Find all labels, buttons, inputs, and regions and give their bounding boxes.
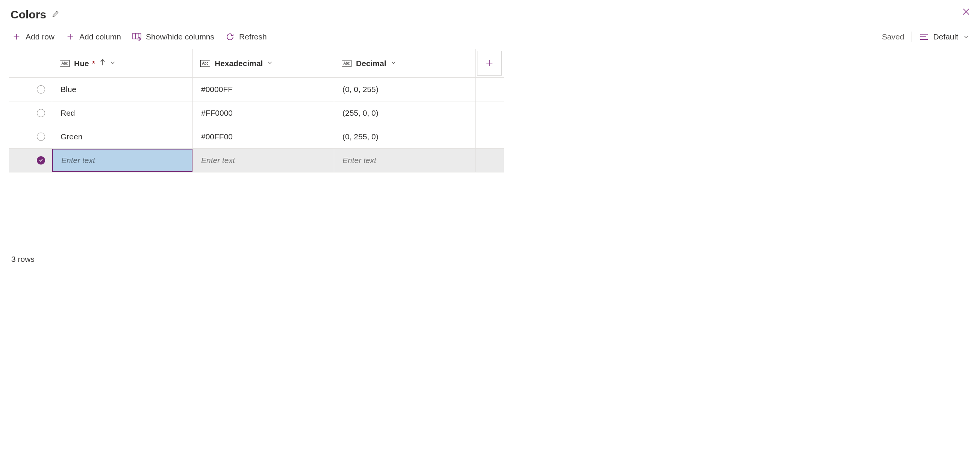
radio-unchecked-icon[interactable]: [37, 109, 45, 117]
row-count-status: 3 rows: [11, 255, 35, 264]
column-header-decimal[interactable]: Abc Decimal: [334, 49, 476, 77]
cell-hexadecimal[interactable]: #FF0000: [193, 102, 334, 125]
view-selector-label: Default: [933, 32, 958, 41]
table-row[interactable]: Blue #0000FF (0, 0, 255): [9, 78, 504, 102]
table-row[interactable]: Red #FF0000 (255, 0, 0): [9, 102, 504, 125]
add-column-plus-button[interactable]: [477, 51, 502, 76]
row-selector[interactable]: [9, 78, 52, 101]
radio-unchecked-icon[interactable]: [37, 133, 45, 141]
chevron-down-icon[interactable]: [110, 59, 116, 68]
add-row-label: Add row: [25, 32, 54, 41]
row-selector[interactable]: [9, 102, 52, 125]
toolbar: Add row Add column Show/hide columns: [0, 21, 980, 49]
column-label: Hue: [74, 59, 89, 68]
new-hue-field[interactable]: Enter text: [52, 149, 192, 172]
grid-header: Abc Hue * Abc Hexadecimal Abc Decimal: [9, 49, 504, 78]
sort-asc-icon: [100, 59, 106, 68]
chevron-down-icon[interactable]: [390, 59, 397, 68]
cell-hue[interactable]: Red: [52, 102, 193, 125]
add-column-label: Add column: [79, 32, 121, 41]
edit-title-icon[interactable]: [51, 10, 60, 20]
radio-checked-icon[interactable]: [37, 156, 45, 165]
page-title: Colors: [11, 8, 46, 21]
table-row-new[interactable]: Enter text Enter text Enter text: [9, 149, 504, 172]
text-type-icon: Abc: [200, 60, 210, 67]
table-row[interactable]: Green #00FF00 (0, 255, 0): [9, 125, 504, 149]
columns-settings-icon: [132, 32, 142, 42]
column-label: Hexadecimal: [215, 59, 263, 68]
placeholder-text: Enter text: [342, 156, 376, 165]
header: Colors: [0, 0, 980, 21]
data-grid: Abc Hue * Abc Hexadecimal Abc Decimal: [9, 49, 504, 172]
toolbar-separator: [912, 32, 912, 42]
refresh-icon: [225, 32, 235, 42]
cell-hexadecimal[interactable]: #0000FF: [193, 78, 334, 101]
column-header-hue[interactable]: Abc Hue *: [52, 49, 193, 77]
cell-hexadecimal[interactable]: #00FF00: [193, 125, 334, 148]
view-selector[interactable]: Default: [920, 32, 969, 41]
add-column-button[interactable]: Add column: [65, 32, 121, 42]
cell-hexadecimal-input[interactable]: Enter text: [193, 149, 334, 172]
cell-hue[interactable]: Blue: [52, 78, 193, 101]
refresh-label: Refresh: [239, 32, 267, 41]
cell-hue[interactable]: Green: [52, 125, 193, 148]
view-list-icon: [920, 33, 929, 41]
placeholder-text: Enter text: [201, 156, 235, 165]
show-hide-columns-label: Show/hide columns: [146, 32, 214, 41]
cell-decimal[interactable]: (0, 0, 255): [334, 78, 476, 101]
refresh-button[interactable]: Refresh: [225, 32, 267, 42]
close-icon[interactable]: [961, 7, 971, 18]
cell-decimal[interactable]: (0, 255, 0): [334, 125, 476, 148]
chevron-down-icon: [963, 33, 969, 40]
show-hide-columns-button[interactable]: Show/hide columns: [132, 32, 214, 42]
save-status: Saved: [882, 32, 904, 41]
column-header-select[interactable]: [9, 49, 52, 77]
column-label: Decimal: [356, 59, 387, 68]
plus-icon: [11, 32, 22, 42]
radio-unchecked-icon[interactable]: [37, 85, 45, 94]
cell-hue-input[interactable]: Enter text: [52, 149, 193, 172]
column-header-add: [476, 49, 504, 77]
placeholder-text: Enter text: [61, 156, 95, 165]
chevron-down-icon[interactable]: [267, 59, 273, 68]
plus-icon: [65, 32, 76, 42]
grid-body: Blue #0000FF (0, 0, 255) Red #FF0000 (25…: [9, 78, 504, 172]
row-selector[interactable]: [9, 149, 52, 172]
required-indicator: *: [92, 59, 95, 68]
text-type-icon: Abc: [60, 60, 70, 67]
row-selector[interactable]: [9, 125, 52, 148]
column-header-hexadecimal[interactable]: Abc Hexadecimal: [193, 49, 334, 77]
text-type-icon: Abc: [342, 60, 352, 67]
add-row-button[interactable]: Add row: [11, 32, 54, 42]
cell-decimal[interactable]: (255, 0, 0): [334, 102, 476, 125]
cell-decimal-input[interactable]: Enter text: [334, 149, 476, 172]
